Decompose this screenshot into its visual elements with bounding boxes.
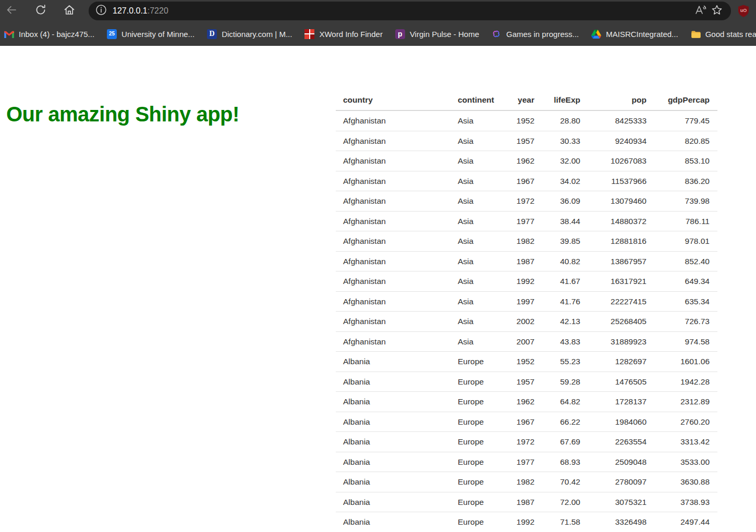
table-cell: 32.00	[539, 151, 584, 171]
page-title: Our amazing Shiny app!	[6, 101, 239, 127]
table-row: AlbaniaEurope197267.6922635543313.42	[336, 432, 717, 452]
table-row: AfghanistanAsia195228.808425333779.45	[336, 110, 717, 131]
ublock-badge-text: uO	[740, 8, 747, 13]
table-cell: 1962	[505, 392, 539, 412]
table-cell: 853.10	[651, 151, 717, 171]
table-cell: 1987	[505, 492, 539, 512]
table-cell: 1982	[505, 231, 539, 252]
table-row: AfghanistanAsia197738.4414880372786.11	[336, 211, 717, 231]
url-text[interactable]: 127.0.0.1:7220	[113, 6, 168, 16]
table-cell: Afghanistan	[336, 110, 454, 131]
column-header-continent: continent	[454, 90, 505, 110]
table-cell: Europe	[454, 352, 505, 372]
favorite-star-button[interactable]	[709, 4, 725, 18]
table-cell: Asia	[454, 191, 505, 212]
table-cell: Albania	[336, 432, 454, 452]
table-cell: Afghanistan	[336, 331, 454, 352]
bookmark-xword-info[interactable]: XWord Info Finder	[304, 29, 382, 39]
table-cell: Europe	[454, 392, 505, 412]
table-cell: Europe	[454, 472, 505, 492]
table-cell: 43.83	[539, 331, 584, 352]
url-port: :7220	[148, 6, 168, 15]
ublock-extension-button[interactable]: uO	[736, 4, 751, 18]
table-header-row: country continent year lifeExp pop gdpPe…	[336, 90, 717, 110]
bookmark-label: MAISRCIntegrated...	[606, 30, 678, 39]
table-cell: 1952	[505, 110, 539, 131]
table-cell: 1728137	[584, 392, 651, 412]
table-cell: Albania	[336, 352, 454, 372]
table-cell: 2780097	[584, 472, 651, 492]
table-cell: 16317921	[584, 271, 651, 292]
table-cell: 1967	[505, 412, 539, 432]
bookmark-games-in-progress[interactable]: Games in progress...	[492, 29, 579, 39]
table-cell: Albania	[336, 372, 454, 392]
table-cell: Afghanistan	[336, 312, 454, 332]
column-header-country: country	[336, 90, 454, 110]
bookmark-label: Games in progress...	[506, 30, 579, 39]
table-cell: Asia	[454, 171, 505, 191]
dictionary-icon: D	[207, 29, 217, 39]
address-bar[interactable]: 127.0.0.1:7220	[89, 2, 731, 20]
table-cell: Afghanistan	[336, 231, 454, 252]
table-cell: 1476505	[584, 372, 651, 392]
table-row: AlbaniaEurope198772.0030753213738.93	[336, 492, 717, 512]
folder-icon	[691, 29, 701, 39]
table-cell: 1957	[505, 131, 539, 151]
back-button[interactable]	[4, 4, 19, 18]
table-cell: Albania	[336, 452, 454, 472]
table-cell: Europe	[454, 432, 505, 452]
bookmark-label: Virgin Pulse - Home	[410, 30, 479, 39]
table-row: AlbaniaEurope195255.2312826971601.06	[336, 352, 717, 372]
read-aloud-icon	[694, 4, 708, 18]
calendar-icon: 25	[107, 29, 117, 39]
table-cell: Afghanistan	[336, 151, 454, 171]
gapminder-table: country continent year lifeExp pop gdpPe…	[336, 90, 717, 532]
gmail-icon	[4, 29, 14, 39]
table-cell: 1982	[505, 472, 539, 492]
table-cell: 852.40	[651, 251, 717, 271]
bookmark-maisrc-drive[interactable]: MAISRCIntegrated...	[591, 29, 678, 39]
table-row: AfghanistanAsia196232.0010267083853.10	[336, 151, 717, 171]
table-cell: 1977	[505, 211, 539, 231]
table-cell: 3630.88	[651, 472, 717, 492]
virgin-pulse-icon: p	[395, 29, 405, 39]
table-cell: 71.58	[539, 512, 584, 532]
read-aloud-button[interactable]	[693, 4, 709, 18]
reload-button[interactable]	[33, 4, 48, 18]
table-cell: 14880372	[584, 211, 651, 231]
table-cell: 64.82	[539, 392, 584, 412]
home-button[interactable]	[62, 4, 77, 18]
table-cell: 2007	[505, 331, 539, 352]
bookmark-dictionary[interactable]: D Dictionary.com | M...	[207, 29, 292, 39]
table-cell: 41.67	[539, 271, 584, 292]
table-cell: Asia	[454, 312, 505, 332]
bookmark-inbox[interactable]: Inbox (4) - bajcz475...	[4, 29, 94, 39]
browser-toolbar: 127.0.0.1:7220 uO	[0, 0, 756, 22]
table-cell: Europe	[454, 452, 505, 472]
table-cell: Afghanistan	[336, 171, 454, 191]
table-cell: 2497.44	[651, 512, 717, 532]
bookmark-virgin-pulse[interactable]: p Virgin Pulse - Home	[395, 29, 479, 39]
table-cell: Albania	[336, 472, 454, 492]
bookmark-good-stats-reads[interactable]: Good stats reads	[691, 29, 756, 39]
table-row: AfghanistanAsia197236.0913079460739.98	[336, 191, 717, 212]
table-cell: 30.33	[539, 131, 584, 151]
table-cell: Afghanistan	[336, 291, 454, 312]
bookmark-university-calendar[interactable]: 25 University of Minne...	[107, 29, 194, 39]
table-cell: 3738.93	[651, 492, 717, 512]
table-cell: 3075321	[584, 492, 651, 512]
bookmark-label: Inbox (4) - bajcz475...	[19, 30, 94, 39]
column-header-lifeexp: lifeExp	[539, 90, 584, 110]
url-host: 127.0.0.1	[113, 6, 148, 15]
bookmarks-bar: Inbox (4) - bajcz475... 25 University of…	[0, 22, 756, 46]
table-row: AfghanistanAsia199241.6716317921649.34	[336, 271, 717, 292]
table-cell: Asia	[454, 110, 505, 131]
table-cell: 779.45	[651, 110, 717, 131]
table-cell: 635.34	[651, 291, 717, 312]
table-cell: Albania	[336, 512, 454, 532]
table-cell: 1984060	[584, 412, 651, 432]
column-header-year: year	[505, 90, 539, 110]
site-info-icon[interactable]	[95, 4, 107, 18]
table-cell: 42.13	[539, 312, 584, 332]
table-cell: Asia	[454, 151, 505, 171]
